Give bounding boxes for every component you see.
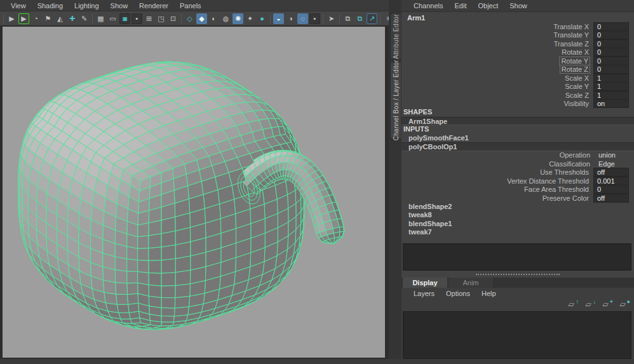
bookmark-icon[interactable]: ⚑ — [43, 13, 53, 24]
menu-panels[interactable]: Panels — [174, 1, 207, 10]
default-material-icon[interactable]: ● — [257, 13, 267, 24]
node-polysmoothface1[interactable]: polySmoothFace1 — [401, 134, 634, 143]
film-gate-icon[interactable]: ▭ — [107, 13, 118, 24]
snapshot-icon[interactable]: ⧉ — [342, 13, 353, 24]
grid-icon[interactable]: ▦ — [95, 13, 106, 24]
lit-sphere-icon[interactable]: ◐ — [208, 13, 219, 24]
pan-zoom-icon[interactable]: ✚ — [67, 13, 78, 24]
channel-value-field[interactable]: on — [593, 99, 629, 108]
channel-row: Scale Y1 — [401, 83, 634, 91]
node-tweak7[interactable]: tweak7 — [401, 228, 634, 237]
menu-options[interactable]: Options — [440, 289, 476, 298]
channel-label[interactable]: Translate X — [553, 23, 589, 30]
camera-icon[interactable]: ▶ — [6, 13, 17, 24]
channel-box-panel: ChannelsEditObjectShow Arm1 Translate X0… — [401, 0, 634, 364]
channel-value-field[interactable]: 1 — [593, 74, 629, 83]
ssao-icon[interactable]: ◑ — [285, 13, 296, 24]
menu-show[interactable]: Show — [504, 1, 533, 10]
zoom-region-icon[interactable]: ↗ — [367, 13, 377, 24]
attribute-value-field[interactable]: off — [593, 168, 629, 177]
use-all-lights-icon[interactable]: ✺ — [233, 13, 243, 24]
shadows-icon[interactable]: ◒ — [273, 13, 284, 24]
attribute-value-field[interactable]: 0 — [593, 185, 629, 194]
node-blendshape1[interactable]: blendShape1 — [401, 220, 634, 229]
menu-layers[interactable]: Layers — [408, 289, 440, 298]
resolution-gate-icon[interactable]: ◙ — [119, 13, 130, 24]
toolbar-separator — [270, 14, 271, 24]
channel-label[interactable]: Visibility — [563, 100, 589, 107]
channel-row: Visibilityon — [401, 100, 634, 109]
channel-label[interactable]: Rotate X — [562, 48, 589, 56]
node-blendshape2[interactable]: blendShape2 — [401, 203, 634, 212]
move-layer-up-icon[interactable]: ▱↑ — [566, 300, 576, 309]
channel-value-field[interactable]: 0 — [593, 39, 629, 48]
node-polycboolop1[interactable]: polyCBoolOp1 — [401, 142, 634, 151]
menu-shading[interactable]: Shading — [32, 1, 69, 10]
viewport-3d[interactable] — [3, 27, 385, 358]
attribute-value[interactable]: Edge — [595, 160, 629, 168]
menu-renderer[interactable]: Renderer — [133, 1, 174, 10]
attribute-label[interactable]: Use Thresholds — [540, 168, 589, 176]
menu-edit[interactable]: Edit — [449, 1, 472, 10]
wireframe-mode-icon[interactable]: ◇ — [184, 13, 195, 24]
channel-label[interactable]: Translate Z — [554, 40, 589, 48]
menu-view[interactable]: View — [5, 1, 32, 10]
safe-action-icon[interactable]: ◳ — [156, 13, 166, 24]
motion-blur-icon[interactable]: ◌ — [297, 13, 308, 24]
toolbar-separator — [181, 14, 182, 24]
channel-value-field[interactable]: 0 — [593, 65, 629, 74]
tab-anim[interactable]: Anim — [449, 278, 493, 288]
attribute-value-field[interactable]: 0.001 — [593, 177, 629, 185]
menu-help[interactable]: Help — [476, 289, 502, 298]
shaded-mode-icon[interactable]: ◆ — [196, 13, 207, 24]
channel-value-field[interactable]: 1 — [593, 82, 629, 91]
attribute-value-field[interactable]: off — [593, 194, 629, 203]
channel-label[interactable]: Scale Y — [565, 83, 589, 90]
channel-value-field[interactable]: 1 — [593, 91, 629, 100]
multisample-icon[interactable]: ▪ — [309, 13, 320, 24]
tab-display[interactable]: Display — [403, 278, 447, 288]
camera-attributes-icon[interactable]: ◔ — [30, 13, 41, 24]
snapshot-add-icon[interactable]: ⧉ — [354, 13, 365, 24]
channel-label[interactable]: Scale Z — [565, 91, 589, 99]
attribute-label[interactable]: Classification — [549, 160, 590, 168]
camera-lock-icon[interactable]: ▶ — [18, 13, 29, 24]
pane-splitter[interactable] — [401, 272, 634, 276]
node-arm1shape[interactable]: Arm1Shape — [401, 117, 634, 126]
move-layer-down-icon[interactable]: ▱↓ — [583, 300, 593, 309]
create-empty-layer-icon[interactable]: ▱+ — [600, 300, 610, 309]
channel-value-field[interactable]: 0 — [593, 22, 629, 31]
two-sided-lighting-icon[interactable]: ✦ — [245, 13, 255, 24]
channel-row: Rotate X0 — [401, 48, 634, 57]
tab-channel-box-layer-editor[interactable]: Channel Box / Layer Editor — [390, 62, 401, 139]
field-chart-icon[interactable]: ⊞ — [144, 13, 154, 24]
menu-lighting[interactable]: Lighting — [69, 1, 105, 10]
image-plane-icon[interactable]: ◭ — [55, 13, 65, 24]
attribute-label[interactable]: Operation — [560, 151, 590, 159]
badge-↓: ↓ — [593, 297, 597, 306]
safe-title-icon[interactable]: ⊡ — [168, 13, 179, 24]
channel-value-field[interactable]: 0 — [593, 48, 629, 57]
layer-editor-toolbar: ▱↑▱↓▱+▱● — [401, 299, 634, 310]
grease-pencil-icon[interactable]: ✎ — [79, 13, 90, 24]
tab-attribute-editor[interactable]: Attribute Editor — [390, 13, 401, 60]
attribute-value[interactable]: union — [595, 151, 629, 159]
channel-label[interactable]: Translate Y — [553, 31, 589, 39]
create-layer-from-selected-icon[interactable]: ▱● — [617, 300, 628, 309]
channel-label[interactable]: Scale X — [565, 74, 589, 82]
channel-label[interactable]: Rotate Y — [559, 57, 590, 65]
textured-mode-icon[interactable]: ◍ — [220, 13, 231, 24]
menu-object[interactable]: Object — [472, 1, 504, 10]
menu-channels[interactable]: Channels — [408, 1, 449, 10]
object-name[interactable]: Arm1 — [401, 12, 634, 22]
attribute-label[interactable]: Face Area Threshold — [524, 185, 589, 193]
gate-mask-icon[interactable]: ▪ — [132, 13, 142, 24]
menu-show[interactable]: Show — [105, 1, 134, 10]
node-tweak8[interactable]: tweak8 — [401, 211, 634, 220]
channel-value-field[interactable]: 0 — [593, 30, 629, 39]
attribute-label[interactable]: Preserve Color — [543, 194, 589, 202]
isolate-select-icon[interactable]: ➤ — [326, 13, 337, 24]
channel-value-field[interactable]: 0 — [593, 57, 629, 65]
channel-label[interactable]: Rotate Z — [560, 65, 590, 74]
attribute-label[interactable]: Vertex Distance Threshold — [507, 177, 589, 185]
